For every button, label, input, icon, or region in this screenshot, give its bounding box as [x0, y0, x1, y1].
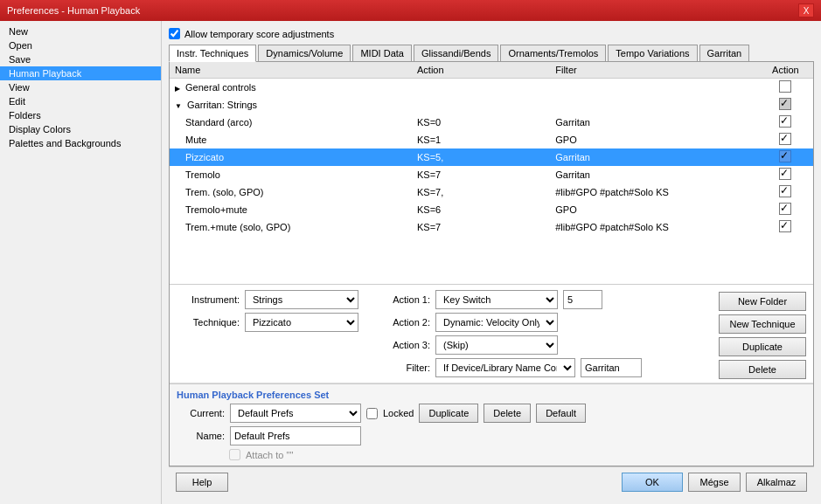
- row-action: [412, 79, 550, 97]
- sidebar-item-save[interactable]: Save: [0, 52, 161, 66]
- tabs-bar: Instr. Techniques Dynamics/Volume MIDI D…: [169, 45, 814, 62]
- sidebar-item-open[interactable]: Open: [0, 38, 161, 52]
- name-label: Name:: [177, 431, 225, 441]
- allow-adjustments-label: Allow temporary score adjustments: [184, 29, 334, 39]
- row-filter: [550, 96, 757, 114]
- table-area: Name Action Filter Action ▶: [170, 62, 813, 285]
- row-check: [758, 114, 813, 131]
- instrument-label: Instrument:: [177, 294, 240, 305]
- footer: Help OK Mégse Alkalmaz: [169, 466, 814, 497]
- row-name: Trem. (solo, GPO): [170, 183, 412, 201]
- action1-num-input[interactable]: [563, 290, 602, 309]
- row-action: KS=7,: [412, 183, 550, 201]
- row-check: [758, 148, 813, 166]
- sidebar-item-display-colors[interactable]: Display Colors: [0, 122, 161, 136]
- name-input[interactable]: [230, 426, 361, 445]
- row-filter: Garritan: [550, 166, 757, 183]
- action2-label: Action 2:: [379, 317, 430, 328]
- tab-glissandi-bends[interactable]: Glissandi/Bends: [414, 45, 499, 61]
- sidebar-item-view[interactable]: View: [0, 80, 161, 94]
- filter-select[interactable]: If Device/Library Name Contains:: [435, 358, 575, 377]
- row-check: [758, 183, 813, 201]
- row-name: Pizzicato: [170, 148, 412, 166]
- row-action: KS=6: [412, 201, 550, 218]
- window-title: Preferences - Human Playback: [7, 5, 140, 16]
- row-action: [412, 96, 550, 114]
- row-check: [758, 201, 813, 218]
- row-filter: #lib#GPO #patch#Solo KS: [550, 183, 757, 201]
- sidebar-item-folders[interactable]: Folders: [0, 108, 161, 122]
- row-check: [758, 166, 813, 183]
- ok-button[interactable]: OK: [622, 473, 683, 492]
- allow-adjustments-checkbox[interactable]: [169, 28, 180, 39]
- col-header-action: Action: [412, 62, 550, 79]
- table-row[interactable]: Pizzicato KS=5, Garritan: [170, 148, 813, 166]
- row-action: KS=0: [412, 114, 550, 131]
- delete-button[interactable]: Delete: [719, 360, 806, 379]
- sidebar-item-edit[interactable]: Edit: [0, 94, 161, 108]
- table-row[interactable]: Standard (arco) KS=0 Garritan: [170, 114, 813, 131]
- sidebar-item-palettes[interactable]: Palettes and Backgrounds: [0, 136, 161, 150]
- current-prefs-select[interactable]: Default Prefs: [230, 404, 361, 423]
- row-filter: Garritan: [550, 114, 757, 131]
- tab-midi-data[interactable]: MIDI Data: [352, 45, 412, 61]
- attach-checkbox[interactable]: [229, 449, 240, 460]
- instrument-select[interactable]: Strings: [245, 290, 358, 309]
- action2-select[interactable]: Dynamic: Velocity Only: [435, 313, 558, 332]
- tab-garritan[interactable]: Garritan: [699, 45, 750, 61]
- row-check: [758, 131, 813, 148]
- main-content: Allow temporary score adjustments Instr.…: [162, 21, 821, 504]
- table-row[interactable]: ▼ Garritan: Strings: [170, 96, 813, 114]
- title-bar: Preferences - Human Playback X: [0, 0, 821, 21]
- action1-select[interactable]: Key Switch: [435, 290, 558, 309]
- technique-label: Technique:: [177, 317, 240, 328]
- new-folder-button[interactable]: New Folder: [719, 292, 806, 311]
- row-action: KS=1: [412, 131, 550, 148]
- row-action: KS=5,: [412, 148, 550, 166]
- sidebar-item-new[interactable]: New: [0, 24, 161, 38]
- table-row[interactable]: Trem. (solo, GPO) KS=7, #lib#GPO #patch#…: [170, 183, 813, 201]
- sidebar-item-human-playback[interactable]: Human Playback: [0, 66, 161, 80]
- row-name: ▶ General controls: [170, 79, 412, 97]
- row-name: Tremolo: [170, 166, 412, 183]
- prefs-duplicate-button[interactable]: Duplicate: [419, 404, 478, 423]
- prefs-section: Human Playback Preferences Set Current: …: [170, 383, 813, 466]
- close-button[interactable]: X: [798, 3, 814, 17]
- cancel-button[interactable]: Mégse: [688, 473, 741, 492]
- tab-instr-techniques[interactable]: Instr. Techniques: [169, 45, 256, 62]
- action3-label: Action 3:: [379, 340, 430, 350]
- col-header-name: Name: [170, 62, 412, 79]
- locked-checkbox[interactable]: [366, 408, 378, 419]
- new-technique-button[interactable]: New Technique: [719, 314, 806, 334]
- apply-button[interactable]: Alkalmaz: [746, 473, 807, 492]
- tab-tempo-variations[interactable]: Tempo Variations: [608, 45, 697, 61]
- prefs-default-button[interactable]: Default: [536, 404, 586, 423]
- row-filter: Garritan: [550, 148, 757, 166]
- row-filter: GPO: [550, 201, 757, 218]
- row-name: ▼ Garritan: Strings: [170, 96, 412, 114]
- col-header-filter: Filter: [550, 62, 757, 79]
- duplicate-button[interactable]: Duplicate: [719, 337, 806, 356]
- row-name: Standard (arco): [170, 114, 412, 131]
- action1-label: Action 1:: [379, 294, 430, 305]
- table-row[interactable]: ▶ General controls: [170, 79, 813, 97]
- action3-select[interactable]: (Skip): [435, 335, 558, 355]
- row-check: [758, 218, 813, 236]
- tab-ornaments-tremolos[interactable]: Ornaments/Tremolos: [500, 45, 606, 61]
- row-filter: [550, 79, 757, 97]
- table-row[interactable]: Trem.+mute (solo, GPO) KS=7 #lib#GPO #pa…: [170, 218, 813, 236]
- prefs-title: Human Playback Preferences Set: [177, 390, 806, 400]
- table-row[interactable]: Tremolo KS=7 Garritan: [170, 166, 813, 183]
- tab-dynamics-volume[interactable]: Dynamics/Volume: [258, 45, 351, 61]
- controls-area: Instrument: Strings Technique: Pizzicato: [170, 285, 813, 383]
- table-row[interactable]: Tremolo+mute KS=6 GPO: [170, 201, 813, 218]
- row-action: KS=7: [412, 166, 550, 183]
- filter-text-input[interactable]: [581, 358, 642, 377]
- help-button[interactable]: Help: [176, 473, 228, 492]
- row-name: Trem.+mute (solo, GPO): [170, 218, 412, 236]
- technique-select[interactable]: Pizzicato: [245, 313, 358, 332]
- col-header-check: Action: [758, 62, 813, 79]
- row-action: KS=7: [412, 218, 550, 236]
- prefs-delete-button[interactable]: Delete: [484, 404, 531, 423]
- table-row[interactable]: Mute KS=1 GPO: [170, 131, 813, 148]
